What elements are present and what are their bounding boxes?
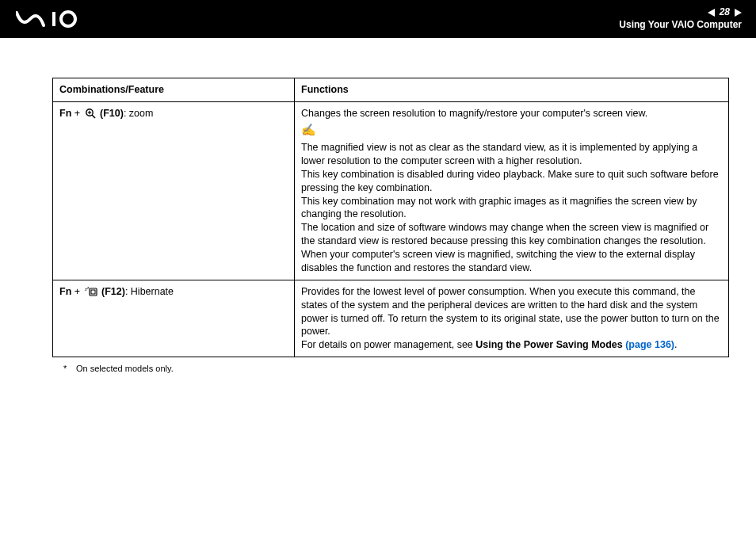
note-line: The location and size of software window… — [301, 221, 722, 248]
table-row: Fn + (F10): zoom Changes the screen reso… — [53, 101, 729, 280]
key-label: (F12) — [101, 286, 125, 297]
plus: + — [71, 108, 82, 119]
plus: + — [71, 286, 82, 297]
feature-suffix: : zoom — [124, 108, 154, 119]
svg-point-1 — [61, 12, 75, 26]
hibernate-icon: zz — [85, 286, 97, 301]
function-cell: Changes the screen resolution to magnify… — [295, 101, 729, 280]
zoom-icon — [85, 108, 96, 123]
feature-suffix: : Hibernate — [125, 286, 174, 297]
function-intro: Changes the screen resolution to magnify… — [301, 107, 722, 120]
feature-cell: Fn + zz (F12): Hibernate — [53, 280, 295, 357]
key-label: (F10) — [100, 108, 124, 119]
function-text: Provides for the lowest level of power c… — [301, 285, 722, 339]
header-bar: 28 Using Your VAIO Computer — [0, 0, 756, 38]
page-link[interactable]: (page 136) — [625, 339, 674, 350]
next-page-arrow-icon[interactable] — [735, 9, 742, 17]
svg-rect-0 — [52, 12, 55, 26]
note-line: When your computer's screen view is magn… — [301, 248, 722, 275]
details-line: For details on power management, see Usi… — [301, 338, 722, 352]
note-block: The magnified view is not as clear as th… — [301, 141, 722, 275]
svg-rect-9 — [91, 290, 95, 294]
table-row: Fn + zz (F12): Hibernate Provides for th… — [53, 280, 729, 357]
col-header-feature: Combinations/Feature — [53, 78, 295, 102]
combinations-table: Combinations/Feature Functions Fn + (F10… — [52, 78, 729, 357]
function-cell: Provides for the lowest level of power c… — [295, 280, 729, 357]
page-number: 28 — [720, 6, 730, 19]
footnote-text: On selected models only. — [76, 364, 174, 373]
note-line: This key combination may not work with g… — [301, 195, 722, 222]
footnote-marker: * — [63, 364, 76, 373]
period: . — [674, 339, 677, 350]
svg-line-3 — [92, 115, 95, 118]
fn-label: Fn — [59, 286, 71, 297]
page-content: Combinations/Feature Functions Fn + (F10… — [0, 38, 756, 389]
note-icon: ✍ — [301, 122, 722, 138]
details-prefix: For details on power management, see — [301, 339, 475, 350]
header-nav: 28 Using Your VAIO Computer — [619, 6, 742, 31]
section-title: Using Your VAIO Computer — [619, 19, 742, 32]
details-link-label: Using the Power Saving Modes — [475, 339, 622, 350]
col-header-functions: Functions — [295, 78, 729, 102]
vaio-logo — [16, 10, 103, 28]
note-line: This key combination is disabled during … — [301, 168, 722, 195]
footnote: *On selected models only. — [52, 364, 729, 373]
svg-rect-8 — [90, 288, 97, 296]
prev-page-arrow-icon[interactable] — [708, 9, 715, 17]
fn-label: Fn — [59, 108, 71, 119]
note-line: The magnified view is not as clear as th… — [301, 141, 722, 168]
feature-cell: Fn + (F10): zoom — [53, 101, 295, 280]
